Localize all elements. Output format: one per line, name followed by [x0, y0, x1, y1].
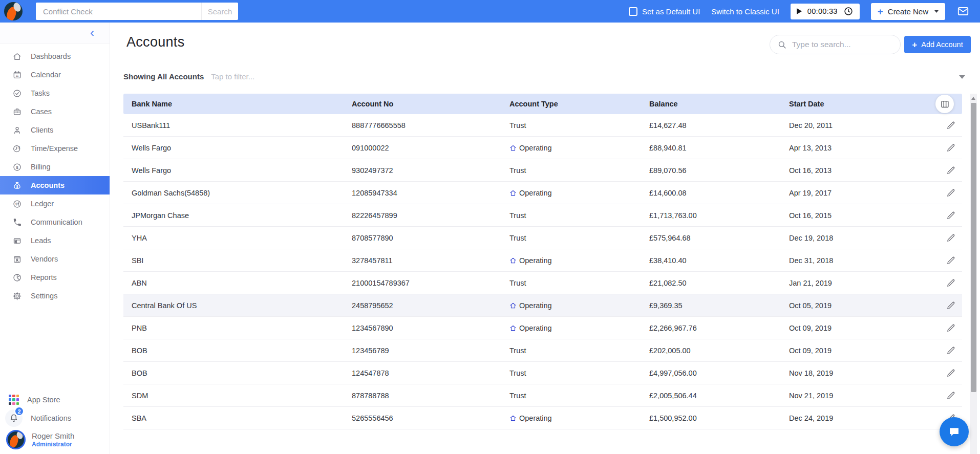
sidebar-item-communication[interactable]: Communication — [0, 213, 110, 231]
table-search-input[interactable] — [792, 40, 893, 49]
sidebar-item-label: Communication — [31, 218, 82, 226]
app-store-item[interactable]: App Store — [0, 391, 110, 409]
sidebar-item-accounts[interactable]: $Accounts — [0, 176, 110, 194]
sidebar-item-label: Ledger — [31, 200, 54, 208]
edit-account-button[interactable] — [946, 391, 956, 401]
billing-icon: $ — [12, 162, 22, 172]
account-type-cell: Trust — [501, 279, 641, 287]
balance-cell: £1,500,952.00 — [641, 414, 781, 422]
vertical-scrollbar[interactable] — [970, 94, 977, 454]
table-row: Wells Fargo091000022Operating£88,940.81A… — [123, 137, 962, 159]
time-expense-icon: $ — [12, 143, 22, 154]
conflict-search-button[interactable]: Search — [201, 3, 238, 20]
account-type-label: Operating — [519, 324, 552, 332]
sidebar-item-settings[interactable]: Settings — [0, 287, 110, 305]
edit-account-button[interactable] — [946, 278, 956, 288]
edit-account-button[interactable] — [946, 188, 956, 198]
account-type-cell: Operating — [501, 301, 641, 310]
chevron-left-icon[interactable]: ‹ — [90, 25, 94, 40]
switch-classic-ui-link[interactable]: Switch to Classic UI — [711, 7, 779, 16]
set-default-ui-toggle[interactable]: Set as Default UI — [629, 7, 700, 16]
account-type-cell: Trust — [501, 211, 641, 220]
edit-account-button[interactable] — [946, 255, 956, 266]
account-type-cell: Trust — [501, 369, 641, 377]
bank-name-cell: SBI — [123, 256, 344, 265]
conflict-check-input[interactable] — [36, 3, 201, 20]
leads-icon — [12, 235, 22, 246]
app-logo-icon — [4, 2, 23, 20]
bell-icon: 2 — [5, 409, 23, 427]
sidebar-item-reports[interactable]: Reports — [0, 268, 110, 287]
start-date-cell: Oct 16, 2015 — [781, 211, 931, 220]
user-profile-item[interactable]: Roger Smith Administrator — [0, 427, 110, 452]
start-date-cell: Dec 20, 2011 — [781, 121, 931, 129]
chevron-down-icon[interactable] — [959, 75, 965, 79]
account-type-label: Operating — [519, 189, 552, 197]
filter-placeholder: Tap to filter... — [211, 72, 254, 81]
account-type-cell: Trust — [501, 234, 641, 242]
sidebar-item-clients[interactable]: Clients — [0, 121, 110, 139]
account-type-label: Trust — [509, 392, 526, 400]
sidebar-item-ledger[interactable]: $Ledger — [0, 194, 110, 213]
notifications-label: Notifications — [31, 414, 71, 422]
account-type-cell: Trust — [501, 392, 641, 400]
sidebar-item-vendors[interactable]: Vendors — [0, 250, 110, 268]
account-no-cell: 123456789 — [344, 347, 501, 355]
scroll-up-arrow-icon[interactable] — [971, 97, 975, 100]
notifications-item[interactable]: 2 Notifications — [0, 409, 110, 427]
create-new-button[interactable]: + Create New — [871, 3, 945, 20]
notification-badge: 2 — [14, 406, 24, 416]
header-bank-name[interactable]: Bank Name — [123, 100, 344, 108]
edit-account-button[interactable] — [946, 323, 956, 333]
edit-account-button[interactable] — [946, 233, 956, 243]
account-type-label: Trust — [509, 121, 526, 129]
account-no-cell: 8887776665558 — [344, 121, 501, 129]
app-window: Search Set as Default UI Switch to Class… — [0, 0, 980, 454]
sidebar-item-cases[interactable]: Cases — [0, 102, 110, 121]
header-start-date[interactable]: Start Date — [781, 100, 931, 108]
sidebar-item-billing[interactable]: $Billing — [0, 158, 110, 176]
add-account-button[interactable]: + Add Account — [904, 36, 971, 53]
sidebar-item-tasks[interactable]: Tasks — [0, 84, 110, 102]
filter-bar[interactable]: Showing All Accounts Tap to filter... — [123, 72, 254, 81]
checkbox-icon[interactable] — [629, 7, 637, 16]
bank-name-cell: Goldman Sachs(54858) — [123, 189, 344, 197]
start-date-cell: Nov 18, 2019 — [781, 369, 931, 377]
edit-account-button[interactable] — [946, 210, 956, 221]
sidebar-item-label: Cases — [31, 107, 52, 116]
ledger-icon: $ — [12, 199, 22, 209]
header-balance[interactable]: Balance — [641, 100, 781, 108]
page-title: Accounts — [126, 34, 184, 50]
account-type-cell: Operating — [501, 414, 641, 422]
play-icon[interactable] — [797, 8, 802, 14]
edit-account-button[interactable] — [946, 120, 956, 131]
edit-account-button[interactable] — [946, 143, 956, 153]
user-avatar — [6, 430, 26, 449]
clock-icon[interactable] — [843, 6, 854, 16]
account-type-label: Trust — [509, 211, 526, 220]
edit-account-button[interactable] — [946, 345, 956, 356]
chat-button[interactable] — [940, 417, 969, 446]
bank-name-cell: SDM — [123, 392, 344, 400]
scrollbar-thumb[interactable] — [971, 103, 976, 392]
column-settings-button[interactable] — [935, 95, 954, 113]
sidebar-item-leads[interactable]: Leads — [0, 231, 110, 250]
edit-account-button[interactable] — [946, 300, 956, 311]
sidebar-item-calendar[interactable]: 11Calendar — [0, 66, 110, 84]
house-icon — [509, 325, 517, 332]
timer-value: 00:00:33 — [807, 7, 838, 15]
start-date-cell: Apr 13, 2013 — [781, 144, 931, 152]
mail-icon[interactable] — [956, 5, 970, 18]
sidebar-menu: Dashboards11CalendarTasksCasesClients$Ti… — [0, 47, 110, 305]
sidebar-item-dashboards[interactable]: Dashboards — [0, 47, 110, 66]
balance-cell: £21,082.50 — [641, 279, 781, 287]
edit-account-button[interactable] — [946, 165, 956, 176]
account-no-cell: 124547878 — [344, 369, 501, 377]
balance-cell: £1,713,763.00 — [641, 211, 781, 220]
sidebar-item-time-expense[interactable]: $Time/Expense — [0, 139, 110, 158]
header-account-no[interactable]: Account No — [344, 100, 501, 108]
header-account-type[interactable]: Account Type — [501, 100, 641, 108]
bank-name-cell: BOB — [123, 347, 344, 355]
edit-account-button[interactable] — [946, 368, 956, 378]
sidebar-item-label: Settings — [31, 292, 57, 300]
